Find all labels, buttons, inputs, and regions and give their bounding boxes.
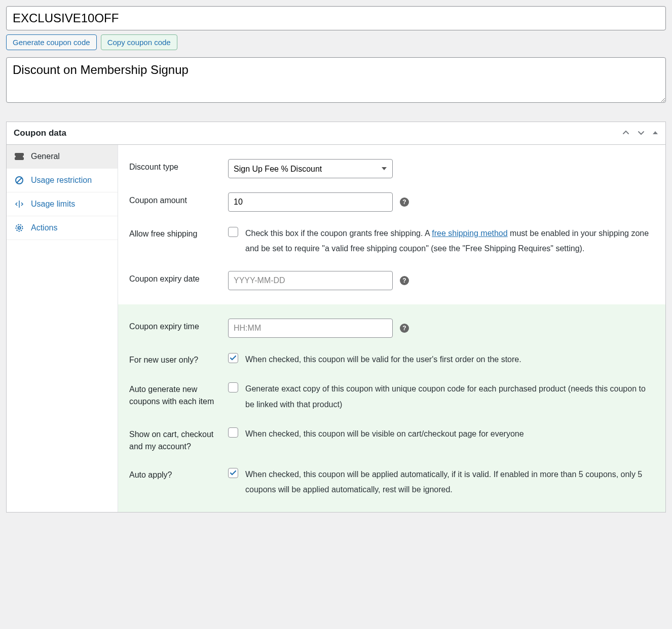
field-discount-type: Discount type Sign Up Fee % Discount: [129, 152, 654, 185]
tab-label: Usage limits: [31, 200, 75, 209]
panel-header: Coupon data: [7, 122, 665, 145]
help-icon[interactable]: ?: [400, 324, 409, 333]
tab-label: General: [31, 152, 60, 161]
gear-icon: [15, 223, 24, 232]
panel-body: General Usage restriction Usage limits A…: [7, 145, 665, 512]
field-new-user: For new user only? When checked, this co…: [129, 345, 654, 374]
free-shipping-method-link[interactable]: free shipping method: [432, 229, 507, 238]
svg-point-3: [16, 225, 23, 231]
field-coupon-amount: Coupon amount ?: [129, 185, 654, 219]
generate-coupon-button[interactable]: Generate coupon code: [6, 34, 97, 50]
new-user-desc: When checked, this coupon will be valid …: [245, 352, 654, 367]
limits-icon: [15, 200, 24, 209]
tab-label: Actions: [31, 223, 57, 232]
label-auto-apply: Auto apply?: [129, 467, 228, 481]
auto-generate-checkbox[interactable]: [228, 382, 238, 392]
coupon-amount-input[interactable]: [228, 192, 393, 212]
tab-usage-restriction[interactable]: Usage restriction: [7, 169, 118, 192]
new-user-checkbox[interactable]: [228, 353, 238, 363]
expiry-time-input[interactable]: [228, 319, 393, 338]
field-expiry-date: Coupon expiry date ?: [129, 264, 654, 297]
tab-actions[interactable]: Actions: [7, 216, 118, 240]
field-auto-apply: Auto apply? When checked, this coupon wi…: [129, 460, 654, 505]
label-expiry-time: Coupon expiry time: [129, 319, 228, 333]
chevron-up-icon[interactable]: [622, 129, 630, 138]
field-show-on-cart: Show on cart, checkout and my account? W…: [129, 419, 654, 460]
tabs-sidebar: General Usage restriction Usage limits A…: [7, 145, 118, 512]
ticket-icon: [15, 152, 24, 161]
caret-up-icon[interactable]: [652, 129, 658, 138]
label-auto-generate: Auto generate new coupons with each item: [129, 381, 228, 408]
discount-type-select[interactable]: Sign Up Fee % Discount: [228, 159, 393, 178]
panel-controls: [622, 129, 658, 138]
label-show-on-cart: Show on cart, checkout and my account?: [129, 426, 228, 453]
help-icon[interactable]: ?: [400, 276, 409, 285]
section-default: Discount type Sign Up Fee % Discount Cou…: [118, 145, 665, 304]
coupon-code-input[interactable]: [6, 6, 666, 30]
tab-label: Usage restriction: [31, 176, 92, 185]
help-icon[interactable]: ?: [400, 198, 409, 207]
field-expiry-time: Coupon expiry time ?: [129, 311, 654, 345]
copy-coupon-button[interactable]: Copy coupon code: [101, 34, 177, 50]
svg-point-4: [18, 227, 21, 229]
panel-title: Coupon data: [14, 128, 66, 138]
expiry-date-input[interactable]: [228, 271, 393, 290]
auto-apply-desc: When checked, this coupon will be applie…: [245, 467, 654, 498]
field-free-shipping: Allow free shipping Check this box if th…: [129, 219, 654, 264]
chevron-down-icon[interactable]: [637, 129, 645, 138]
coupon-description-input[interactable]: [6, 57, 666, 103]
show-on-cart-desc: When checked, this coupon will be visibl…: [245, 426, 654, 442]
tab-usage-limits[interactable]: Usage limits: [7, 192, 118, 216]
free-shipping-desc: Check this box if the coupon grants free…: [245, 226, 654, 257]
auto-generate-desc: Generate exact copy of this coupon with …: [245, 381, 654, 412]
free-shipping-checkbox[interactable]: [228, 227, 238, 237]
section-extended: Coupon expiry time ? For new user only? …: [118, 304, 665, 512]
desc-text: Check this box if the coupon grants free…: [245, 229, 432, 238]
label-expiry-date: Coupon expiry date: [129, 271, 228, 285]
show-on-cart-checkbox[interactable]: [228, 427, 238, 438]
coupon-buttons-row: Generate coupon code Copy coupon code: [6, 34, 666, 50]
tab-general[interactable]: General: [7, 145, 118, 169]
field-auto-generate: Auto generate new coupons with each item…: [129, 374, 654, 419]
svg-line-1: [17, 178, 22, 183]
label-free-shipping: Allow free shipping: [129, 226, 228, 240]
coupon-data-panel: Coupon data General: [6, 122, 666, 513]
tab-content: Discount type Sign Up Fee % Discount Cou…: [118, 145, 665, 512]
label-coupon-amount: Coupon amount: [129, 192, 228, 207]
label-new-user: For new user only?: [129, 352, 228, 366]
ban-icon: [15, 176, 24, 185]
label-discount-type: Discount type: [129, 159, 228, 173]
auto-apply-checkbox[interactable]: [228, 468, 238, 478]
